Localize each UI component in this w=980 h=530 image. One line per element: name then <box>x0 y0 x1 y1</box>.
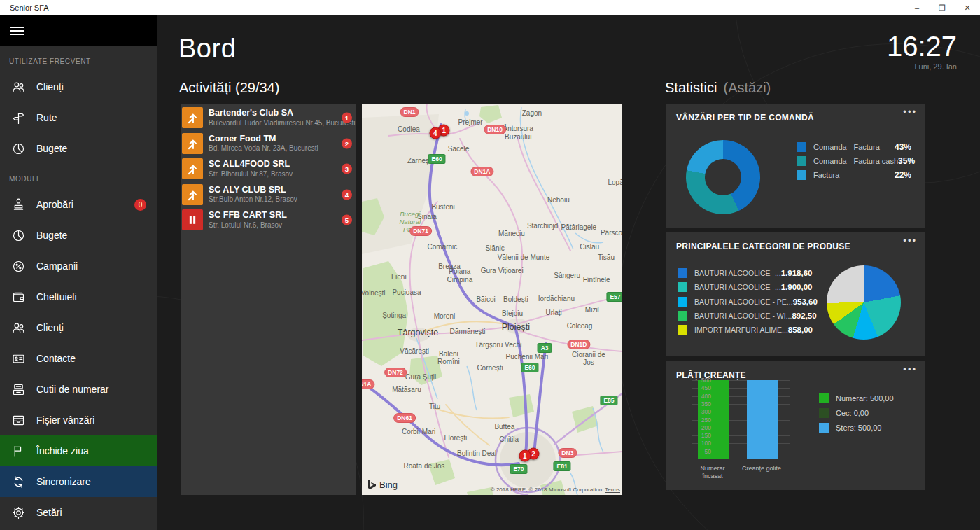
activity-order-badge: 2 <box>342 138 352 148</box>
map-place-label: Codlea <box>398 125 420 134</box>
sidebar-item-setări[interactable]: Setări <box>0 497 158 528</box>
restore-button[interactable]: ❐ <box>930 0 955 15</box>
legend-swatch <box>819 408 829 418</box>
map-place-label: Florești <box>444 434 468 442</box>
activity-order-badge: 5 <box>342 215 352 225</box>
panel-title: VÂNZĂRI PER TIP DE COMANDĂ <box>676 113 814 123</box>
road-badge: DN71 <box>410 226 432 236</box>
map-place-label: Titu <box>429 403 440 411</box>
sidebar-item-cutii-de-numerar[interactable]: Cutii de numerar <box>0 374 158 405</box>
activity-row[interactable]: SC FFB CART SRLStr. Lotului Nr.6, Brasov… <box>181 207 356 233</box>
hamburger-menu-button[interactable] <box>0 15 158 46</box>
y-axis-tick: 350 <box>694 400 711 407</box>
map-place-label: Târgoviște <box>398 328 438 337</box>
legend-value: 1.900,00 <box>781 283 813 291</box>
minimize-button[interactable]: – <box>904 0 930 15</box>
activity-row[interactable]: Corner Food TMBd. Mircea Voda Nr. 23A, B… <box>181 131 356 157</box>
road-badge: DN1A <box>362 379 374 389</box>
map-place-label: Pătârlagele <box>561 223 597 232</box>
activity-row[interactable]: SC ALL4FOOD SRLStr. Bihorului Nr.87, Bra… <box>181 156 356 182</box>
activity-name: Bartender's Club SA <box>209 108 356 119</box>
map-place-label: Moreni <box>434 312 456 321</box>
sidebar-section-label: MODULE <box>0 164 158 189</box>
panel-menu-button[interactable]: ••• <box>903 235 917 246</box>
donut-hole <box>705 159 741 195</box>
bing-logo: Bing <box>368 480 398 490</box>
map-place-label: Urlați <box>545 309 561 317</box>
y-axis-tick: 100 <box>694 440 711 447</box>
legend-label: BAUTURI ALCOOLICE -... <box>694 269 781 277</box>
people-icon <box>9 78 27 96</box>
sidebar-item-sincronizare[interactable]: Sincronizare <box>0 466 158 497</box>
map-place-label: Cislău <box>580 243 599 251</box>
sidebar-item-închide-ziua[interactable]: Închide ziua <box>0 435 158 466</box>
activity-address: Bulevardul Tudor Vladimirescu Nr.45, Buc… <box>209 119 356 128</box>
sidebar-item-aprobări[interactable]: Aprobări0 <box>0 189 158 220</box>
legend-swatch <box>797 156 806 166</box>
sidebar-item-contacte[interactable]: Contacte <box>0 343 158 374</box>
legend-row: Comanda - Factura cash35% <box>797 154 911 168</box>
sync-icon <box>9 473 27 491</box>
activity-row[interactable]: SC ALY CLUB SRLStr.Bulb Anton Nr.12, Bra… <box>181 182 356 208</box>
map-place-label: Nehoiu <box>547 196 570 204</box>
legend-label: BAUTURI ALCOOLICE - WI... <box>694 312 792 320</box>
map-place-label: Sinaia <box>417 213 437 221</box>
panel-menu-button[interactable]: ••• <box>903 364 917 375</box>
map-place-label: Sângeru <box>554 272 580 280</box>
activity-order-badge: 3 <box>342 164 352 174</box>
sidebar-item-clienți[interactable]: Clienți <box>0 71 158 102</box>
sidebar-item-cheltuieli[interactable]: Cheltuieli <box>0 281 158 312</box>
sidebar-item-bugete[interactable]: Bugete <box>0 133 158 164</box>
map-place-label: Mătăsaru <box>392 386 421 394</box>
activity-row[interactable]: Bartender's Club SABulevardul Tudor Vlad… <box>181 105 356 131</box>
sidebar-item-clienți[interactable]: Clienți <box>0 312 158 343</box>
legend-row: Șters: 500,00 <box>819 420 894 435</box>
sidebar-item-rute[interactable]: Rute <box>0 102 158 133</box>
donut-chart <box>686 140 760 214</box>
map-place-label: Blejoiu <box>502 309 523 318</box>
map-place-label: Iordăchianu <box>538 295 575 303</box>
sidebar-sections: UTILIZATE FRECVENTCliențiRuteBugeteMODUL… <box>0 46 158 528</box>
legend-row: IMPORT MARFURI ALIME...858,00 <box>678 323 805 337</box>
map-place-label: Slănic <box>485 244 504 253</box>
y-axis-tick: 450 <box>694 384 711 391</box>
app-window: Senior SFA – ❐ ✕ UTILIZATE FRECVENTClien… <box>0 0 980 530</box>
panel-menu-button[interactable]: ••• <box>903 106 917 117</box>
legend-value: 43% <box>895 142 911 152</box>
activity-order-badge: 1 <box>342 113 352 123</box>
activity-address: Str.Bulb Anton Nr.12, Brasov <box>209 195 298 204</box>
road-badge: E81 <box>554 461 571 471</box>
activity-text: SC ALY CLUB SRLStr.Bulb Anton Nr.12, Bra… <box>209 185 298 204</box>
legend-row: BAUTURI ALCOOLICE - WI...892,50 <box>678 309 805 323</box>
bar-creanțe-golite <box>747 380 778 459</box>
y-axis-tick: 500 <box>694 377 711 384</box>
app-body: UTILIZATE FRECVENTCliențiRuteBugeteMODUL… <box>0 15 980 530</box>
road-badge: DN3 <box>558 448 577 458</box>
sidebar-item-label: Aprobări <box>36 199 74 210</box>
sidebar-item-campanii[interactable]: Campanii <box>0 251 158 281</box>
map-attribution: © 2018 HERE, © 2018 Microsoft Corporatio… <box>491 487 620 493</box>
map-place-label: Starchiojd <box>527 222 558 230</box>
map-place-label: Ântorsura Buzăului <box>503 125 533 141</box>
map-place-label: Colceag <box>567 322 593 330</box>
sidebar-item-fișier-vânzări[interactable]: Fișier vânzări <box>0 405 158 435</box>
sales-by-order-type-panel: VÂNZĂRI PER TIP DE COMANDĂ ••• Comanda -… <box>666 104 925 228</box>
close-button[interactable]: ✕ <box>955 0 980 15</box>
map-place-label: Pucioasa <box>392 288 421 297</box>
legend-label: BAUTURI ALCOOLICE - PE... <box>694 298 793 306</box>
map-place-label: Ploiești <box>502 322 530 332</box>
statistics-subtitle: (Astăzi) <box>723 80 771 95</box>
stamp-icon <box>9 195 27 214</box>
map-panel[interactable]: ZagonCodleaPrejmerÂntorsura BuzăuluiSăce… <box>362 104 622 495</box>
bar-legend: Numerar: 500,00Cec: 0,00Șters: 500,00 <box>819 391 894 435</box>
sidebar-item-label: Setări <box>36 507 62 518</box>
map-marker[interactable]: 4 <box>429 127 441 139</box>
road-badge: DN10 <box>484 125 506 134</box>
sidebar-item-bugete[interactable]: Bugete <box>0 220 158 251</box>
map-marker[interactable]: 1 <box>519 450 531 462</box>
sidebar-section-label: UTILIZATE FRECVENT <box>0 46 158 71</box>
terms-link[interactable]: Terms <box>605 487 620 493</box>
copyright-text: © 2018 HERE, © 2018 Microsoft Corporatio… <box>491 487 602 493</box>
pie-legend: BAUTURI ALCOOLICE -...1.918,60BAUTURI AL… <box>678 266 805 337</box>
map-place-label: Corbii Mari <box>402 428 435 436</box>
